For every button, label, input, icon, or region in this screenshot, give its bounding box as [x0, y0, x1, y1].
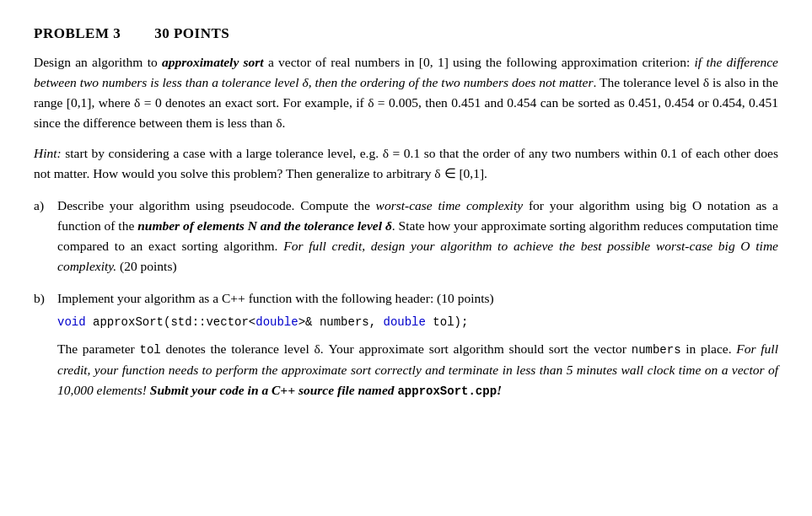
part-a-label: a) — [34, 196, 57, 277]
code-double: double — [255, 315, 298, 329]
parts: a) Describe your algorithm using pseudoc… — [34, 196, 778, 400]
part-b: b) Implement your algorithm as a C++ fun… — [34, 288, 778, 400]
part-a-text1: Describe your algorithm using pseudocode… — [57, 198, 376, 212]
desc-approx-sort: approximately sort — [162, 55, 264, 69]
part-b-text4: in place. — [681, 341, 737, 356]
problem-description: Design an algorithm to approximately sor… — [34, 52, 778, 133]
hint-label: Hint: — [34, 146, 62, 160]
part-a-num-elements: number of elements N and the tolerance l… — [137, 218, 392, 233]
code-rest: >& numbers, — [298, 315, 384, 329]
desc-intro2: a vector of real numbers in [0, 1] using… — [264, 55, 695, 69]
part-a-worst-case: worst-case time complexity — [376, 198, 524, 212]
hint-text: start by considering a case with a large… — [34, 146, 778, 180]
part-a-text4: (20 points) — [116, 259, 176, 273]
part-b-end: ! — [497, 383, 502, 397]
part-b-numbers-mono: numbers — [632, 343, 681, 357]
code-double2: double — [384, 315, 426, 329]
code-line: void approxSort(std::vector<double>& num… — [57, 314, 778, 332]
code-tol: tol); — [426, 315, 468, 329]
part-b-submit-bold: Submit your code in a C++ source file na… — [150, 383, 398, 397]
part-b-content: Implement your algorithm as a C++ functi… — [57, 288, 778, 400]
part-b-tol-mono: tol — [140, 343, 161, 357]
hint-block: Hint: start by considering a case with a… — [34, 143, 778, 184]
problem-label: PROBLEM 3 — [34, 25, 121, 41]
part-a-content: Describe your algorithm using pseudocode… — [57, 196, 778, 277]
part-a: a) Describe your algorithm using pseudoc… — [34, 196, 778, 277]
part-b-text2: The parameter — [57, 341, 140, 356]
part-b-text1: Implement your algorithm as a C++ functi… — [57, 291, 494, 305]
code-fn: approxSort(std::vector< — [86, 315, 256, 329]
code-void: void — [57, 315, 86, 329]
part-b-filename-mono: approxSort.cpp — [397, 384, 497, 398]
problem-header: PROBLEM 330 POINTS — [34, 25, 778, 42]
points-label: 30 POINTS — [154, 25, 229, 41]
part-b-text3: denotes the tolerance level δ. Your appr… — [161, 341, 632, 356]
desc-intro: Design an algorithm to — [34, 55, 162, 69]
part-b-label: b) — [34, 288, 57, 400]
